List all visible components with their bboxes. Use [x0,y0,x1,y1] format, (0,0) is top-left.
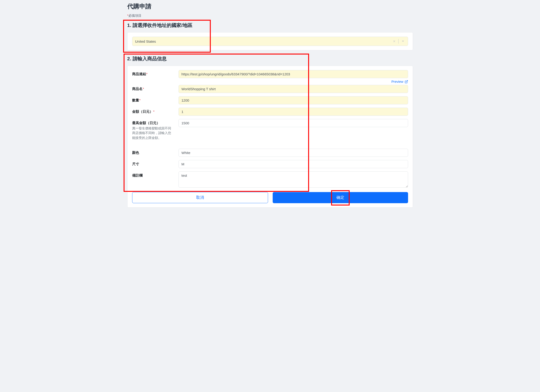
input-max-amount[interactable] [179,119,408,127]
label-product-link: 商品連結* [132,70,179,76]
input-size[interactable] [179,160,408,168]
label-max-amount: 最高金額（日元） 萬一發生價格變動或因不同商店價格不同時，請輸入您能接受的上限金… [132,119,179,140]
input-product-name[interactable] [179,85,408,93]
label-product-name: 商品名* [132,85,179,91]
section2-card: 商品連結* Preview 商品名* [127,66,413,208]
input-remark[interactable] [179,171,408,188]
country-select[interactable]: United States × [132,37,408,46]
help-max-amount: 萬一發生價格變動或因不同商店價格不同時，請輸入您能接受的上限金額。 [132,126,172,140]
input-quantity[interactable] [179,96,408,104]
section1-card: United States × [127,32,413,50]
input-color[interactable] [179,149,408,157]
preview-link-label: Preview [391,80,403,84]
svg-line-0 [406,80,408,82]
country-select-value: United States [135,40,392,43]
label-remark: 備註欄 [132,171,179,178]
select-separator [398,39,399,44]
section2-title: 2. 請輸入商品信息 [127,55,413,62]
label-quantity: 數量* [132,96,179,102]
page-title: 代購申請 [127,2,413,10]
label-color: 顏色 [132,149,179,155]
confirm-button[interactable]: 确定 [273,192,408,203]
close-icon[interactable]: × [392,39,397,43]
label-amount: 金額（日元）* [132,108,179,114]
required-note-text: 必填項目 [128,14,141,17]
input-product-link[interactable] [179,70,408,78]
cancel-button[interactable]: 取消 [132,192,268,203]
section1-title: 1. 請選擇收件地址的國家/地區 [127,22,413,29]
preview-link[interactable]: Preview [391,80,408,84]
required-note: *必填項目 [127,14,413,18]
label-size: 尺寸 [132,160,179,166]
input-amount[interactable] [179,108,408,116]
external-link-icon [405,80,408,84]
chevron-down-icon[interactable] [400,39,406,43]
